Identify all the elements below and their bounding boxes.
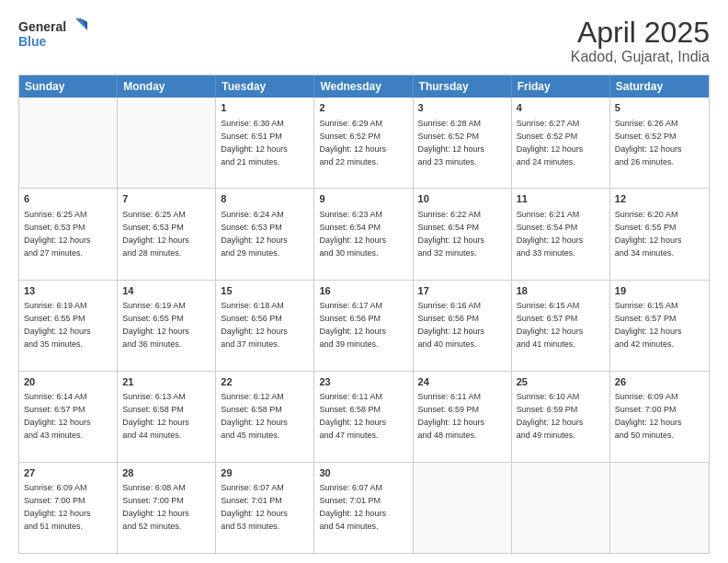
calendar-header-row: SundayMondayTuesdayWednesdayThursdayFrid…: [19, 75, 709, 98]
calendar-cell: 16 Sunrise: 6:17 AMSunset: 6:56 PMDaylig…: [314, 281, 413, 371]
day-number: 18: [517, 284, 605, 298]
calendar: SundayMondayTuesdayWednesdayThursdayFrid…: [18, 75, 710, 554]
calendar-cell: 27 Sunrise: 6:09 AMSunset: 7:00 PMDaylig…: [19, 463, 118, 553]
calendar-cell: 25 Sunrise: 6:10 AMSunset: 6:59 PMDaylig…: [512, 372, 610, 462]
calendar-cell: 11 Sunrise: 6:21 AMSunset: 6:54 PMDaylig…: [512, 189, 610, 279]
calendar-row: 27 Sunrise: 6:09 AMSunset: 7:00 PMDaylig…: [19, 462, 709, 553]
cell-sunrise: Sunrise: 6:19 AMSunset: 6:55 PMDaylight:…: [24, 301, 91, 349]
day-number: 6: [24, 192, 112, 206]
calendar-cell: 5 Sunrise: 6:26 AMSunset: 6:52 PMDayligh…: [610, 98, 709, 188]
calendar-row: 6 Sunrise: 6:25 AMSunset: 6:53 PMDayligh…: [19, 188, 709, 279]
day-of-week-header: Saturday: [610, 75, 709, 98]
calendar-cell: 4 Sunrise: 6:27 AMSunset: 6:52 PMDayligh…: [512, 98, 610, 188]
calendar-cell: 28 Sunrise: 6:08 AMSunset: 7:00 PMDaylig…: [118, 463, 216, 553]
cell-sunrise: Sunrise: 6:25 AMSunset: 6:53 PMDaylight:…: [24, 210, 91, 258]
cell-sunrise: Sunrise: 6:07 AMSunset: 7:01 PMDaylight:…: [319, 483, 386, 531]
cell-sunrise: Sunrise: 6:29 AMSunset: 6:52 PMDaylight:…: [319, 119, 386, 167]
cell-sunrise: Sunrise: 6:21 AMSunset: 6:54 PMDaylight:…: [517, 210, 584, 258]
day-number: 15: [221, 284, 309, 298]
calendar-cell: [512, 463, 610, 553]
cell-sunrise: Sunrise: 6:15 AMSunset: 6:57 PMDaylight:…: [615, 301, 682, 349]
day-number: 16: [319, 284, 407, 298]
cell-sunrise: Sunrise: 6:09 AMSunset: 7:00 PMDaylight:…: [615, 392, 682, 440]
calendar-row: 13 Sunrise: 6:19 AMSunset: 6:55 PMDaylig…: [19, 280, 709, 371]
day-number: 26: [615, 375, 704, 389]
cell-sunrise: Sunrise: 6:18 AMSunset: 6:56 PMDaylight:…: [221, 301, 288, 349]
calendar-cell: 3 Sunrise: 6:28 AMSunset: 6:52 PMDayligh…: [414, 98, 512, 188]
day-number: 27: [24, 466, 112, 480]
svg-text:General: General: [18, 19, 66, 34]
cell-sunrise: Sunrise: 6:11 AMSunset: 6:59 PMDaylight:…: [418, 392, 485, 440]
cell-sunrise: Sunrise: 6:15 AMSunset: 6:57 PMDaylight:…: [517, 301, 584, 349]
calendar-cell: 29 Sunrise: 6:07 AMSunset: 7:01 PMDaylig…: [216, 463, 314, 553]
day-of-week-header: Friday: [512, 75, 610, 98]
day-number: 19: [615, 284, 704, 298]
calendar-cell: 22 Sunrise: 6:12 AMSunset: 6:58 PMDaylig…: [216, 372, 314, 462]
day-number: 8: [221, 192, 309, 206]
day-number: 20: [24, 375, 112, 389]
calendar-cell: 12 Sunrise: 6:20 AMSunset: 6:55 PMDaylig…: [610, 189, 709, 279]
cell-sunrise: Sunrise: 6:23 AMSunset: 6:54 PMDaylight:…: [319, 210, 386, 258]
cell-sunrise: Sunrise: 6:16 AMSunset: 6:56 PMDaylight:…: [418, 301, 485, 349]
day-number: 5: [615, 101, 704, 115]
day-number: 9: [319, 192, 407, 206]
day-number: 24: [418, 375, 506, 389]
calendar-cell: 13 Sunrise: 6:19 AMSunset: 6:55 PMDaylig…: [19, 281, 118, 371]
cell-sunrise: Sunrise: 6:14 AMSunset: 6:57 PMDaylight:…: [24, 392, 91, 440]
calendar-cell: 6 Sunrise: 6:25 AMSunset: 6:53 PMDayligh…: [19, 189, 118, 279]
logo: General Blue: [18, 17, 92, 52]
calendar-cell: 7 Sunrise: 6:25 AMSunset: 6:53 PMDayligh…: [118, 189, 216, 279]
cell-sunrise: Sunrise: 6:10 AMSunset: 6:59 PMDaylight:…: [517, 392, 584, 440]
calendar-cell: [414, 463, 512, 553]
page: General Blue April 2025 Kadod, Gujarat, …: [0, 0, 728, 563]
calendar-cell: 8 Sunrise: 6:24 AMSunset: 6:53 PMDayligh…: [216, 189, 314, 279]
calendar-cell: 17 Sunrise: 6:16 AMSunset: 6:56 PMDaylig…: [414, 281, 512, 371]
cell-sunrise: Sunrise: 6:26 AMSunset: 6:52 PMDaylight:…: [615, 119, 682, 167]
day-of-week-header: Wednesday: [314, 75, 413, 98]
day-number: 1: [221, 101, 309, 115]
calendar-body: 1 Sunrise: 6:30 AMSunset: 6:51 PMDayligh…: [19, 98, 709, 553]
day-number: 25: [517, 375, 605, 389]
day-number: 28: [122, 466, 210, 480]
calendar-cell: 26 Sunrise: 6:09 AMSunset: 7:00 PMDaylig…: [610, 372, 709, 462]
cell-sunrise: Sunrise: 6:12 AMSunset: 6:58 PMDaylight:…: [221, 392, 288, 440]
day-number: 3: [418, 101, 506, 115]
svg-text:Blue: Blue: [18, 34, 47, 49]
day-of-week-header: Sunday: [19, 75, 118, 98]
cell-sunrise: Sunrise: 6:13 AMSunset: 6:58 PMDaylight:…: [122, 392, 189, 440]
calendar-cell: 20 Sunrise: 6:14 AMSunset: 6:57 PMDaylig…: [19, 372, 118, 462]
calendar-cell: [118, 98, 216, 188]
calendar-cell: 1 Sunrise: 6:30 AMSunset: 6:51 PMDayligh…: [216, 98, 314, 188]
cell-sunrise: Sunrise: 6:17 AMSunset: 6:56 PMDaylight:…: [319, 301, 386, 349]
calendar-cell: [610, 463, 709, 553]
cell-sunrise: Sunrise: 6:27 AMSunset: 6:52 PMDaylight:…: [517, 119, 584, 167]
calendar-cell: 21 Sunrise: 6:13 AMSunset: 6:58 PMDaylig…: [118, 372, 216, 462]
cell-sunrise: Sunrise: 6:19 AMSunset: 6:55 PMDaylight:…: [122, 301, 189, 349]
day-number: 4: [517, 101, 605, 115]
day-of-week-header: Tuesday: [216, 75, 314, 98]
calendar-cell: 24 Sunrise: 6:11 AMSunset: 6:59 PMDaylig…: [414, 372, 512, 462]
calendar-cell: 9 Sunrise: 6:23 AMSunset: 6:54 PMDayligh…: [314, 189, 413, 279]
calendar-cell: 10 Sunrise: 6:22 AMSunset: 6:54 PMDaylig…: [414, 189, 512, 279]
cell-sunrise: Sunrise: 6:28 AMSunset: 6:52 PMDaylight:…: [418, 119, 485, 167]
calendar-cell: 18 Sunrise: 6:15 AMSunset: 6:57 PMDaylig…: [512, 281, 610, 371]
day-number: 11: [517, 192, 605, 206]
calendar-subtitle: Kadod, Gujarat, India: [571, 49, 710, 65]
calendar-row: 20 Sunrise: 6:14 AMSunset: 6:57 PMDaylig…: [19, 371, 709, 462]
calendar-title: April 2025: [571, 17, 710, 49]
cell-sunrise: Sunrise: 6:09 AMSunset: 7:00 PMDaylight:…: [24, 483, 91, 531]
cell-sunrise: Sunrise: 6:24 AMSunset: 6:53 PMDaylight:…: [221, 210, 288, 258]
day-number: 23: [319, 375, 407, 389]
cell-sunrise: Sunrise: 6:11 AMSunset: 6:58 PMDaylight:…: [319, 392, 386, 440]
day-number: 29: [221, 466, 309, 480]
day-number: 12: [615, 192, 704, 206]
title-block: April 2025 Kadod, Gujarat, India: [571, 17, 710, 65]
cell-sunrise: Sunrise: 6:07 AMSunset: 7:01 PMDaylight:…: [221, 483, 288, 531]
calendar-cell: 2 Sunrise: 6:29 AMSunset: 6:52 PMDayligh…: [314, 98, 413, 188]
header: General Blue April 2025 Kadod, Gujarat, …: [18, 17, 710, 65]
calendar-row: 1 Sunrise: 6:30 AMSunset: 6:51 PMDayligh…: [19, 98, 709, 188]
calendar-cell: 23 Sunrise: 6:11 AMSunset: 6:58 PMDaylig…: [314, 372, 413, 462]
day-of-week-header: Thursday: [414, 75, 512, 98]
day-number: 7: [122, 192, 210, 206]
calendar-cell: 15 Sunrise: 6:18 AMSunset: 6:56 PMDaylig…: [216, 281, 314, 371]
